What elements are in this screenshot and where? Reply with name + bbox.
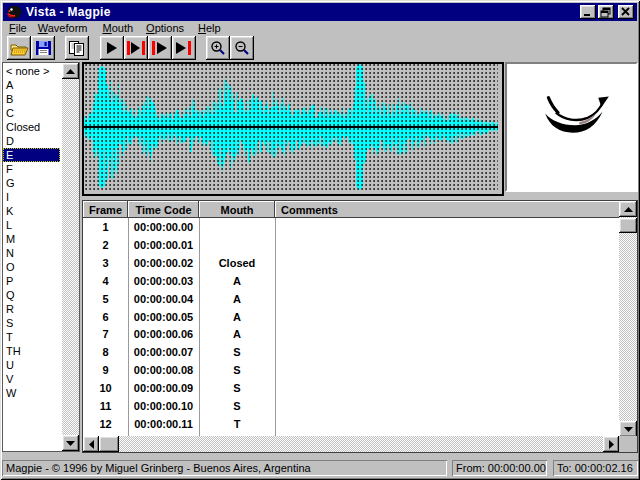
scroll-down-button[interactable] [62, 435, 79, 451]
mouth-list-item-k[interactable]: K [3, 204, 60, 218]
cell-comments [275, 361, 619, 379]
scroll-up-button[interactable] [619, 201, 637, 217]
vertical-scroll-thumb[interactable] [619, 218, 637, 233]
scrollbar-corner [619, 436, 637, 452]
mouth-list-item-v[interactable]: V [3, 372, 60, 386]
minimize-button[interactable] [580, 5, 596, 19]
zoom-in-icon [210, 40, 226, 56]
close-button[interactable] [618, 5, 634, 19]
cell-frame: 5 [83, 290, 128, 308]
cell-time-code: 00:00:00.05 [128, 308, 199, 326]
mouth-list-item-e[interactable]: E [3, 148, 60, 162]
cell-comments [275, 343, 619, 361]
table-row[interactable]: 100:00:00.00 [83, 218, 619, 236]
mouth-shape-listbox: < none >ABCClosedDEFGIKLMNOPQRSTTHUVW [2, 62, 80, 452]
table-row[interactable]: 400:00:00.03A [83, 272, 619, 290]
table-row[interactable]: 200:00:00.01 [83, 236, 619, 254]
mouth-list-scrollbar[interactable] [62, 63, 79, 451]
scroll-up-button[interactable] [62, 63, 79, 79]
magpie-app-icon [6, 5, 22, 20]
zoom-in-button[interactable] [206, 36, 230, 60]
exposure-sheet: FrameTime CodeMouthComments 100:00:00.00… [82, 200, 638, 453]
grid-body[interactable]: 100:00:00.00200:00:00.01300:00:00.02Clos… [83, 218, 619, 437]
horizontal-scroll-thumb[interactable] [99, 436, 119, 452]
mouth-list-item-d[interactable]: D [3, 134, 60, 148]
mouth-list-item-w[interactable]: W [3, 386, 60, 400]
table-row[interactable]: 600:00:00.05A [83, 308, 619, 326]
menu-file[interactable]: File [9, 22, 27, 34]
column-header-frame[interactable]: Frame [83, 201, 128, 218]
cell-comments [275, 236, 619, 254]
mouth-list-item-b[interactable]: B [3, 92, 60, 106]
mouth-list-item-q[interactable]: Q [3, 288, 60, 302]
menu-help[interactable]: Help [198, 22, 221, 34]
table-row[interactable]: 1200:00:00.11T [83, 415, 619, 433]
mouth-list-item-o[interactable]: O [3, 260, 60, 274]
cell-time-code: 00:00:00.11 [128, 415, 199, 433]
mouth-list-item-th[interactable]: TH [3, 344, 60, 358]
mouth-list-item-s[interactable]: S [3, 316, 60, 330]
table-row[interactable]: 800:00:00.07S [83, 343, 619, 361]
mouth-list-item-r[interactable]: R [3, 302, 60, 316]
table-row[interactable]: 500:00:00.04A [83, 290, 619, 308]
waveform-panel[interactable] [82, 62, 504, 196]
mouth-list-item-u[interactable]: U [3, 358, 60, 372]
column-header-comments[interactable]: Comments [275, 201, 621, 218]
play-from-marker-button[interactable] [148, 36, 172, 60]
menu-options[interactable]: Options [146, 22, 184, 34]
waveform-center-line [84, 126, 498, 128]
mouth-list-item-p[interactable]: P [3, 274, 60, 288]
grid-horizontal-scrollbar[interactable] [83, 436, 619, 452]
mouth-list-item-none[interactable]: < none > [3, 64, 60, 78]
cell-frame: 9 [83, 361, 128, 379]
grid-header: FrameTime CodeMouthComments [83, 201, 621, 218]
mouth-list-item-closed[interactable]: Closed [3, 120, 60, 134]
table-row[interactable]: 1100:00:00.10S [83, 397, 619, 415]
column-header-time-code[interactable]: Time Code [128, 201, 199, 218]
open-button[interactable] [7, 36, 31, 60]
arrow-up-icon [624, 207, 633, 212]
restore-button[interactable] [598, 5, 614, 19]
table-row[interactable]: 1000:00:00.09S [83, 379, 619, 397]
waveform-display[interactable] [84, 64, 498, 190]
mouth-list-item-i[interactable]: I [3, 190, 60, 204]
mouth-list-item-m[interactable]: M [3, 232, 60, 246]
table-row[interactable]: 700:00:00.06A [83, 325, 619, 343]
mouth-list-item-f[interactable]: F [3, 162, 60, 176]
arrow-down-icon [66, 441, 75, 446]
play-range-button[interactable] [124, 36, 148, 60]
cell-comments [275, 218, 619, 236]
cell-frame: 3 [83, 254, 128, 272]
cell-comments [275, 397, 619, 415]
scroll-down-button[interactable] [619, 421, 637, 437]
menu-mouth[interactable]: Mouth [102, 22, 133, 34]
mouth-list-item-t[interactable]: T [3, 330, 60, 344]
cell-frame: 4 [83, 272, 128, 290]
title-bar[interactable]: Vista - Magpie [3, 3, 637, 21]
copy-icon [68, 40, 86, 57]
mouth-list-item-a[interactable]: A [3, 78, 60, 92]
grid-vertical-scrollbar[interactable] [619, 201, 637, 437]
table-row[interactable]: 300:00:00.02Closed [83, 254, 619, 272]
table-row[interactable]: 900:00:00.08S [83, 361, 619, 379]
cell-time-code: 00:00:00.09 [128, 379, 199, 397]
scroll-right-button[interactable] [603, 436, 619, 452]
play-from-marker-icon [151, 41, 169, 55]
scroll-left-button[interactable] [83, 436, 99, 452]
menu-waveform[interactable]: Waveform [38, 22, 88, 34]
copy-button[interactable] [65, 36, 89, 60]
play-button[interactable] [100, 36, 124, 60]
column-header-mouth[interactable]: Mouth [199, 201, 275, 218]
zoom-out-button[interactable] [230, 36, 254, 60]
mouth-list-item-g[interactable]: G [3, 176, 60, 190]
cell-mouth: A [199, 308, 275, 326]
mouth-list-item-c[interactable]: C [3, 106, 60, 120]
cell-mouth: A [199, 325, 275, 343]
cell-frame: 12 [83, 415, 128, 433]
play-to-marker-button[interactable] [172, 36, 196, 60]
mouth-list-item-l[interactable]: L [3, 218, 60, 232]
save-button[interactable] [31, 36, 55, 60]
cell-frame: 6 [83, 308, 128, 326]
mouth-list-item-n[interactable]: N [3, 246, 60, 260]
status-copyright: Magpie - © 1996 by Miguel Grinberg - Bue… [2, 460, 447, 476]
